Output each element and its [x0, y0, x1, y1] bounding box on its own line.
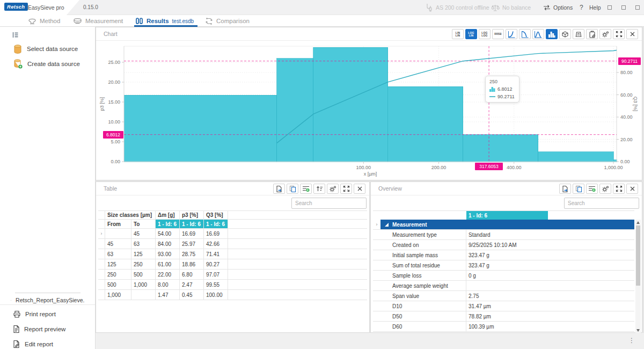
window-close-icon[interactable]	[635, 5, 640, 10]
help-shortcut-button[interactable]: ?	[580, 0, 583, 15]
scale-log-lin-button[interactable]: LOGLIN	[465, 29, 477, 39]
table-toolbar	[273, 184, 365, 194]
chart-settings-button[interactable]	[599, 29, 611, 39]
scale-log-log-button[interactable]: LOGLOG	[479, 29, 491, 39]
help-button[interactable]: Help	[589, 0, 601, 15]
report-template-icon	[11, 296, 11, 305]
overview-search-input[interactable]	[564, 198, 639, 209]
column-header-p3[interactable]: p3 [%]	[180, 211, 204, 219]
app-version: 0.15.0	[83, 4, 98, 10]
sidebar-item-select-data-source[interactable]: Select data source	[0, 42, 96, 56]
table-row[interactable]: 25050022.006.8097.07	[98, 270, 367, 280]
column-header-size-classes[interactable]: Size classes [µm]	[105, 211, 156, 219]
sidebar-item-create-data-source[interactable]: Create data source	[0, 57, 96, 71]
overview-fullscreen-button[interactable]	[613, 184, 625, 194]
overview-column-chooser-button[interactable]	[586, 184, 598, 194]
sidebar-item-edit-report[interactable]: Edit report	[0, 337, 96, 349]
chart-panel-title: Chart	[104, 31, 118, 37]
options-button[interactable]: Options	[543, 0, 573, 15]
characteristics-button[interactable]	[559, 29, 571, 39]
overview-row[interactable]: Sample loss0 g	[373, 271, 634, 281]
chart-fullscreen-button[interactable]	[613, 29, 625, 39]
overview-panel: Overview	[370, 181, 642, 333]
expand-triangle-icon[interactable]	[385, 223, 389, 227]
table-row[interactable]: 6312593.0028.7571.41	[98, 249, 367, 259]
series-header-dm[interactable]: 1 - Id: 6	[156, 220, 180, 228]
svg-text:100.00: 100.00	[356, 165, 371, 170]
overview-row[interactable]: Created on9/25/2025 10:10 AM	[373, 240, 634, 250]
results-icon	[135, 17, 143, 25]
table-fullscreen-button[interactable]	[340, 184, 352, 194]
window-maximize-icon[interactable]	[621, 5, 626, 10]
overview-row[interactable]: D5078.82 µm	[373, 311, 634, 322]
table-export-button[interactable]	[273, 184, 285, 194]
overview-scrollbar[interactable]	[635, 220, 641, 333]
more-options-icon[interactable]: ⋮	[628, 337, 635, 344]
sidebar-item-report-preview[interactable]: Report preview	[0, 322, 96, 336]
overview-close-button[interactable]	[626, 184, 638, 194]
device-status: AS 200 control offline	[426, 0, 489, 15]
svg-text:0.00: 0.00	[111, 159, 120, 164]
copy-chart-button[interactable]	[586, 29, 598, 39]
table-column-chooser-button[interactable]	[300, 184, 312, 194]
sidebar: Select data source Create data source Re…	[0, 27, 96, 349]
table-sort-button[interactable]	[313, 184, 325, 194]
one-minus-q3-curve-button[interactable]	[519, 29, 531, 39]
chart-close-button[interactable]	[626, 29, 638, 39]
overview-group-row-measurement[interactable]: › Measurement	[373, 220, 634, 230]
table-search-input[interactable]	[291, 198, 367, 209]
sieve-stack-button[interactable]	[573, 29, 584, 39]
column-header-dm[interactable]: Δm [g]	[156, 211, 180, 219]
tab-comparison[interactable]: Comparison	[205, 15, 250, 27]
overview-row[interactable]: Sum of total residue323.47 g	[373, 260, 634, 271]
sieve-analysis-chart[interactable]: 0.005.0010.0015.0020.0025.000.0020.0040.…	[96, 41, 643, 180]
copy-icon	[575, 185, 582, 192]
scrollbar-up-icon[interactable]	[636, 221, 640, 224]
q3-curve-button[interactable]	[506, 29, 517, 39]
table-settings-button[interactable]	[327, 184, 339, 194]
overview-copy-button[interactable]	[573, 184, 584, 194]
table-row[interactable]: ›4554.0016.6916.69	[98, 229, 367, 239]
window-minimize-icon[interactable]	[608, 5, 612, 10]
overview-row[interactable]: Initial sample mass323.47 g	[373, 250, 634, 260]
overview-row-label: Measurement type	[388, 230, 466, 239]
tooltip-line-icon	[489, 96, 495, 98]
row-indicator: ›	[98, 229, 105, 238]
collapse-sidebar-icon[interactable]	[12, 31, 19, 39]
table-close-button[interactable]	[354, 184, 365, 194]
tab-measurement[interactable]: Measurement	[73, 15, 123, 27]
column-header-q3[interactable]: Q3 [%]	[204, 211, 228, 219]
overview-settings-button[interactable]	[599, 184, 611, 194]
column-header-to[interactable]: To	[131, 220, 156, 228]
series-header-p3[interactable]: 1 - Id: 6	[180, 220, 204, 228]
table-row[interactable]: 1,0001.470.45100.00	[98, 290, 367, 300]
overview-header-row: 1 - Id: 6	[373, 210, 634, 220]
scale-lin-lin-button[interactable]: LINLIN	[452, 29, 464, 39]
overview-row[interactable]: D60100.39 µm	[373, 322, 634, 332]
svg-text:5.00: 5.00	[111, 139, 120, 144]
row-indicator	[98, 290, 105, 300]
report-template-selector[interactable]: Retsch_Report_EasySieve.	[0, 293, 96, 307]
results-file-name: test.esdb	[172, 18, 194, 24]
table-row[interactable]: 12525061.0018.8690.27	[98, 259, 367, 270]
table-row[interactable]: 5001,0008.002.4799.55	[98, 280, 367, 290]
p3-curve-button[interactable]	[532, 29, 544, 39]
overview-row[interactable]: Span value2.75	[373, 291, 634, 301]
histogram-button[interactable]	[546, 29, 558, 39]
column-header-from[interactable]: From	[105, 220, 131, 228]
tab-method[interactable]: Method	[28, 15, 60, 27]
overview-row[interactable]: Measurement typeStandard	[373, 230, 634, 240]
overview-series-header[interactable]: 1 - Id: 6	[466, 211, 548, 220]
overview-row[interactable]: Average sample weight	[373, 281, 634, 291]
scrollbar-thumb[interactable]	[636, 226, 640, 286]
table-copy-button[interactable]	[287, 184, 298, 194]
fullscreen-icon	[616, 185, 623, 192]
overview-row[interactable]: D1031.47 µm	[373, 301, 634, 311]
overview-export-button[interactable]	[559, 184, 571, 194]
histogram-icon	[548, 31, 555, 38]
scrollbar-down-icon[interactable]	[636, 329, 640, 332]
sidebar-item-print-report[interactable]: Print report	[0, 307, 96, 321]
series-header-q3[interactable]: 1 - Id: 6	[204, 220, 228, 228]
scale-rrsb-button[interactable]: RRSB	[492, 29, 504, 39]
table-row[interactable]: 456384.0025.9742.66	[98, 239, 367, 249]
